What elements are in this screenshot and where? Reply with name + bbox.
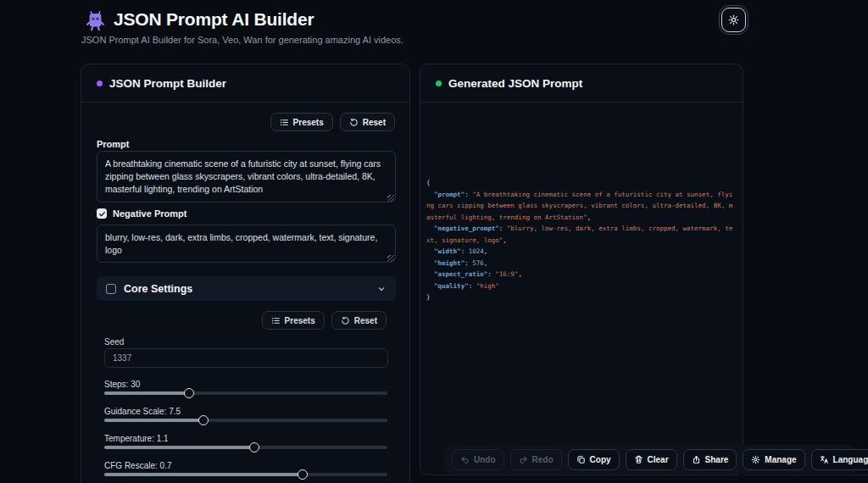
reset-icon [341, 316, 350, 325]
presets-button[interactable]: Presets [270, 113, 333, 131]
divider [743, 475, 868, 475]
page-title: JSON Prompt AI Builder [114, 9, 314, 30]
seed-input[interactable] [104, 348, 388, 368]
redo-icon [519, 455, 528, 464]
slider-track[interactable] [104, 473, 387, 476]
core-settings-sliders: Steps: 30 Guidance Scale: 7.5 Temperatur… [104, 380, 387, 483]
slider-thumb[interactable] [184, 388, 194, 398]
slider-label: Temperature: 1.1 [104, 434, 169, 443]
negative-prompt-toggle-row: Negative Prompt [97, 208, 186, 219]
slider-fill [104, 473, 303, 476]
output-panel: Generated JSON Prompt { "prompt": "A bre… [420, 64, 743, 475]
negative-prompt-checkbox[interactable] [97, 208, 107, 219]
copy-icon [576, 455, 586, 464]
reset-button-label: Reset [363, 118, 386, 127]
seed-label: Seed [104, 337, 124, 347]
core-settings-checkbox[interactable] [106, 284, 116, 294]
slider-thumb[interactable] [249, 442, 259, 452]
redo-button[interactable]: Redo [510, 449, 562, 470]
prompt-label: Prompt [97, 139, 130, 149]
core-presets-button-label: Presets [285, 316, 315, 325]
theme-toggle-button[interactable] [721, 8, 746, 32]
slider-fill [104, 446, 254, 449]
trash-icon [634, 455, 643, 464]
slider-label: CFG Rescale: 0.7 [104, 461, 171, 470]
sun-icon [728, 14, 739, 25]
builder-panel: JSON Prompt Builder Presets Reset Prompt… [81, 64, 410, 483]
green-status-dot [436, 80, 442, 86]
slider-fill [104, 419, 203, 422]
presets-button-label: Presets [293, 118, 324, 127]
slider-thumb[interactable] [298, 469, 308, 480]
core-settings-title: Core Settings [124, 283, 192, 295]
negative-prompt-textarea[interactable]: blurry, low-res, dark, extra limbs, crop… [97, 225, 396, 263]
slider-track[interactable] [104, 391, 387, 395]
slider-fill [104, 391, 189, 395]
manage-button[interactable]: Manage [743, 449, 804, 470]
slider-temperature: Temperature: 1.1 [104, 434, 387, 461]
generated-json-code: { "prompt": "A breathtaking cinematic sc… [420, 166, 743, 303]
builder-actions: Presets Reset [270, 113, 395, 131]
language-button[interactable]: Language [811, 449, 868, 470]
reset-icon [349, 118, 359, 127]
slider-thumb[interactable] [198, 415, 209, 425]
translate-icon [820, 455, 829, 464]
toolbar-buttons: Undo Redo Copy Clear Share Manage Langua… [452, 449, 868, 470]
gear-icon [751, 455, 760, 464]
undo-button[interactable]: Undo [452, 449, 504, 470]
robot-icon [84, 10, 107, 33]
list-icon [280, 118, 289, 127]
slider-guidance-scale: Guidance Scale: 7.5 [104, 407, 387, 434]
list-icon [271, 316, 281, 325]
purple-status-dot [97, 80, 103, 86]
slider-label: Guidance Scale: 7.5 [104, 407, 181, 416]
clear-button[interactable]: Clear [626, 449, 677, 470]
chevron-down-icon[interactable] [376, 284, 387, 294]
reset-button[interactable]: Reset [340, 113, 395, 131]
output-panel-header: Generated JSON Prompt [420, 64, 743, 103]
builder-panel-title: JSON Prompt Builder [109, 77, 226, 90]
copy-button[interactable]: Copy [568, 449, 620, 470]
slider-cfg-rescale: CFG Rescale: 0.7 [104, 461, 387, 483]
undo-icon [460, 455, 470, 464]
check-icon [98, 210, 106, 218]
negative-prompt-label: Negative Prompt [113, 208, 186, 219]
page-subtitle: JSON Prompt AI Builder for Sora, Veo, Wa… [81, 35, 403, 45]
share-button[interactable]: Share [683, 449, 737, 470]
core-presets-button[interactable]: Presets [262, 311, 325, 330]
slider-steps: Steps: 30 [104, 380, 387, 407]
prompt-textarea[interactable]: A breathtaking cinematic scene of a futu… [97, 151, 396, 203]
core-settings-actions: Presets Reset [262, 311, 387, 330]
action-toolbar: Undo Redo Copy Clear Share Manage Langua… [444, 445, 859, 474]
core-reset-button-label: Reset [354, 316, 377, 325]
chevron-down-icon [376, 284, 387, 294]
output-panel-title: Generated JSON Prompt [448, 77, 582, 90]
slider-label: Steps: 30 [104, 380, 140, 389]
builder-panel-header: JSON Prompt Builder [81, 64, 409, 103]
core-settings-header[interactable]: Core Settings [97, 276, 396, 301]
core-reset-button[interactable]: Reset [331, 311, 387, 330]
slider-track[interactable] [104, 446, 387, 449]
app-root: JSON Prompt AI Builder JSON Prompt AI Bu… [0, 0, 868, 483]
share-icon [692, 455, 701, 464]
slider-track[interactable] [104, 419, 387, 422]
